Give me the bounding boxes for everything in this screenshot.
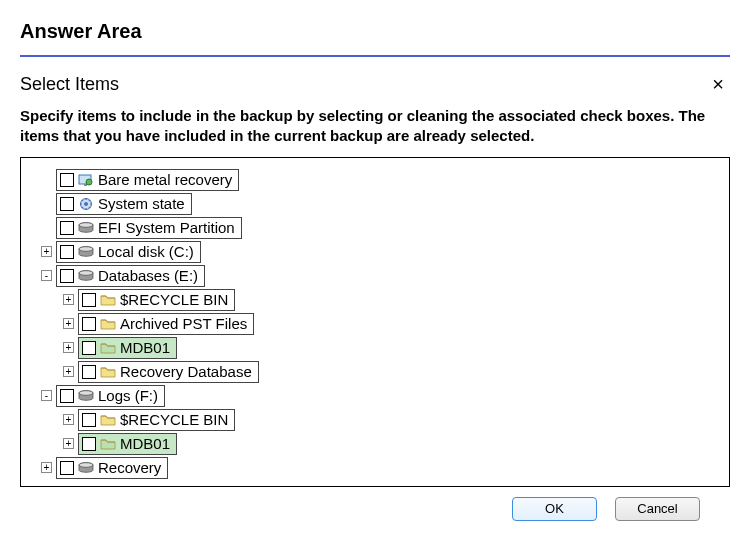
- tree-item-label: MDB01: [120, 339, 170, 356]
- checkbox[interactable]: [82, 293, 96, 307]
- collapse-icon[interactable]: -: [41, 270, 52, 281]
- tree-item-label: Recovery Database: [120, 363, 252, 380]
- checkbox[interactable]: [60, 269, 74, 283]
- button-row: OK Cancel: [20, 497, 730, 521]
- svg-point-4: [84, 202, 88, 206]
- tree-row: -Databases (E:): [41, 264, 709, 288]
- svg-point-14: [79, 462, 93, 467]
- expander-spacer: [41, 198, 52, 209]
- tree-row: +$RECYCLE BIN: [41, 408, 709, 432]
- tree-row: +Local disk (C:): [41, 240, 709, 264]
- checkbox[interactable]: [60, 197, 74, 211]
- tree: Bare metal recoverySystem stateEFI Syste…: [41, 168, 709, 480]
- disk-icon: [78, 389, 94, 403]
- tree-row: +Recovery Database: [41, 360, 709, 384]
- tree-row: Bare metal recovery: [41, 168, 709, 192]
- expand-icon[interactable]: +: [41, 246, 52, 257]
- tree-item-label: Archived PST Files: [120, 315, 247, 332]
- folder-icon: [100, 317, 116, 331]
- folder-icon: [100, 365, 116, 379]
- tree-item[interactable]: EFI System Partition: [56, 217, 242, 239]
- tree-item[interactable]: System state: [56, 193, 192, 215]
- tree-item-label: System state: [98, 195, 185, 212]
- checkbox[interactable]: [60, 221, 74, 235]
- tree-item-label: Local disk (C:): [98, 243, 194, 260]
- page-title: Answer Area: [20, 20, 730, 43]
- tree-row: +$RECYCLE BIN: [41, 288, 709, 312]
- state-icon: [78, 197, 94, 211]
- tree-item[interactable]: Recovery Database: [78, 361, 259, 383]
- disk-icon: [78, 245, 94, 259]
- checkbox[interactable]: [60, 461, 74, 475]
- tree-item-label: $RECYCLE BIN: [120, 411, 228, 428]
- folder-g-icon: [100, 437, 116, 451]
- expander-spacer: [41, 222, 52, 233]
- checkbox[interactable]: [82, 437, 96, 451]
- collapse-icon[interactable]: -: [41, 390, 52, 401]
- expand-icon[interactable]: +: [63, 294, 74, 305]
- tree-item-label: EFI System Partition: [98, 219, 235, 236]
- expand-icon[interactable]: +: [63, 318, 74, 329]
- checkbox[interactable]: [60, 245, 74, 259]
- expander-spacer: [41, 174, 52, 185]
- tree-item[interactable]: MDB01: [78, 337, 177, 359]
- checkbox[interactable]: [60, 173, 74, 187]
- close-icon[interactable]: ×: [706, 73, 730, 96]
- cancel-button[interactable]: Cancel: [615, 497, 700, 521]
- recovery-icon: [78, 173, 94, 187]
- dialog-instructions: Specify items to include in the backup b…: [20, 106, 730, 147]
- divider: [20, 55, 730, 57]
- dialog-title: Select Items: [20, 74, 119, 95]
- tree-item-label: MDB01: [120, 435, 170, 452]
- checkbox[interactable]: [82, 341, 96, 355]
- tree-item[interactable]: Databases (E:): [56, 265, 205, 287]
- svg-point-8: [79, 246, 93, 251]
- tree-item[interactable]: Archived PST Files: [78, 313, 254, 335]
- dialog-header: Select Items ×: [20, 73, 730, 96]
- tree-row: +MDB01: [41, 432, 709, 456]
- ok-button[interactable]: OK: [512, 497, 597, 521]
- disk-icon: [78, 461, 94, 475]
- tree-item-label: Databases (E:): [98, 267, 198, 284]
- tree-item-label: Logs (F:): [98, 387, 158, 404]
- tree-row: EFI System Partition: [41, 216, 709, 240]
- expand-icon[interactable]: +: [63, 366, 74, 377]
- tree-item[interactable]: $RECYCLE BIN: [78, 289, 235, 311]
- checkbox[interactable]: [82, 365, 96, 379]
- tree-row: +Archived PST Files: [41, 312, 709, 336]
- tree-panel: Bare metal recoverySystem stateEFI Syste…: [20, 157, 730, 487]
- tree-item[interactable]: Logs (F:): [56, 385, 165, 407]
- expand-icon[interactable]: +: [63, 438, 74, 449]
- tree-row: +MDB01: [41, 336, 709, 360]
- checkbox[interactable]: [82, 413, 96, 427]
- expand-icon[interactable]: +: [63, 414, 74, 425]
- tree-item-label: Bare metal recovery: [98, 171, 232, 188]
- folder-g-icon: [100, 341, 116, 355]
- tree-item[interactable]: MDB01: [78, 433, 177, 455]
- tree-item[interactable]: Recovery: [56, 457, 168, 479]
- tree-item-label: $RECYCLE BIN: [120, 291, 228, 308]
- svg-point-2: [86, 179, 92, 185]
- tree-row: System state: [41, 192, 709, 216]
- svg-point-12: [79, 390, 93, 395]
- checkbox[interactable]: [60, 389, 74, 403]
- disk-icon: [78, 269, 94, 283]
- folder-icon: [100, 293, 116, 307]
- tree-item-label: Recovery: [98, 459, 161, 476]
- expand-icon[interactable]: +: [63, 342, 74, 353]
- expand-icon[interactable]: +: [41, 462, 52, 473]
- disk-icon: [78, 221, 94, 235]
- tree-item[interactable]: $RECYCLE BIN: [78, 409, 235, 431]
- svg-point-10: [79, 270, 93, 275]
- checkbox[interactable]: [82, 317, 96, 331]
- folder-icon: [100, 413, 116, 427]
- tree-row: -Logs (F:): [41, 384, 709, 408]
- tree-item[interactable]: Local disk (C:): [56, 241, 201, 263]
- svg-point-6: [79, 222, 93, 227]
- tree-item[interactable]: Bare metal recovery: [56, 169, 239, 191]
- tree-row: +Recovery: [41, 456, 709, 480]
